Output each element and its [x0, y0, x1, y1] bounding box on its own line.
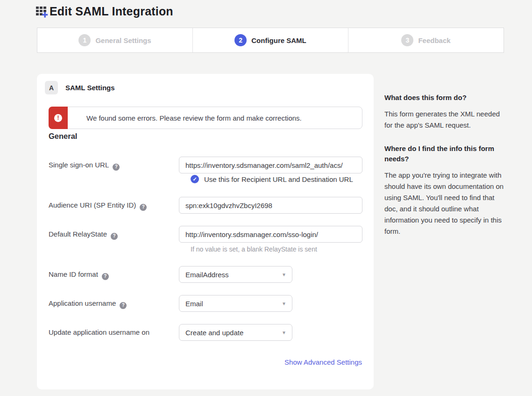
step-3-circle: 3 — [401, 34, 413, 46]
app-grid-plus-icon — [35, 5, 48, 18]
field-sso-url: Single sign-on URL? — [49, 157, 362, 173]
general-group-heading: General — [49, 132, 77, 141]
name-id-format-label: Name ID format? — [49, 266, 179, 283]
relay-state-helper-text: If no value is set, a blank RelayState i… — [191, 245, 317, 253]
app-username-value: Email — [185, 300, 203, 308]
sso-url-help-icon[interactable]: ? — [113, 164, 120, 171]
chevron-down-icon: ▼ — [282, 330, 286, 335]
error-message: We found some errors. Please review the … — [86, 107, 302, 129]
recipient-url-checkbox[interactable]: ✓ — [191, 175, 199, 183]
update-app-username-label: Update application username on — [49, 324, 179, 341]
field-app-username: Application username? Email ▼ — [49, 295, 292, 312]
edit-saml-integration-page: { "page": { "title": "Edit SAML Integrat… — [0, 0, 532, 396]
help-body-what: This form generates the XML needed for t… — [384, 108, 507, 131]
help-sidebar: What does this form do? This form genera… — [384, 93, 507, 250]
recipient-url-checkbox-row[interactable]: ✓ Use this for Recipient URL and Destina… — [191, 175, 353, 183]
app-username-label: Application username? — [49, 295, 179, 312]
step-1-circle: 1 — [78, 34, 91, 46]
error-banner: ! We found some errors. Please review th… — [49, 107, 362, 129]
wizard-tabs: 1 General Settings 2 Configure SAML 3 Fe… — [37, 28, 504, 53]
page-title: Edit SAML Integration — [50, 5, 173, 18]
show-advanced-settings-link[interactable]: Show Advanced Settings — [284, 358, 362, 366]
name-id-format-select[interactable]: EmailAddress ▼ — [179, 266, 292, 283]
tab-configure-saml[interactable]: 2 Configure SAML — [193, 28, 348, 52]
audience-uri-label: Audience URI (SP Entity ID)? — [49, 197, 179, 214]
page-header: Edit SAML Integration — [35, 5, 173, 18]
app-username-help-icon[interactable]: ? — [120, 302, 127, 309]
help-heading-what: What does this form do? — [384, 93, 507, 103]
step-3-label: Feedback — [418, 36, 450, 44]
section-badge: A — [45, 81, 58, 94]
advanced-link-row: Show Advanced Settings — [284, 358, 362, 367]
error-icon-block: ! — [49, 107, 68, 129]
help-body-where: The app you're trying to integrate with … — [384, 170, 507, 237]
error-icon: ! — [54, 114, 62, 122]
section-title: SAML Settings — [65, 84, 115, 92]
step-2-circle: 2 — [234, 34, 247, 46]
relay-state-help-icon[interactable]: ? — [111, 233, 118, 240]
relay-state-input[interactable] — [179, 226, 362, 243]
name-id-format-value: EmailAddress — [185, 271, 229, 279]
tab-feedback[interactable]: 3 Feedback — [348, 28, 504, 52]
update-app-username-select[interactable]: Create and update ▼ — [179, 324, 292, 341]
field-name-id-format: Name ID format? EmailAddress ▼ — [49, 266, 292, 283]
field-audience-uri: Audience URI (SP Entity ID)? — [49, 197, 362, 214]
step-1-label: General Settings — [95, 36, 151, 44]
audience-uri-input[interactable] — [179, 197, 362, 214]
field-relay-state: Default RelayState? — [49, 226, 362, 243]
sso-url-label: Single sign-on URL? — [49, 157, 179, 173]
help-heading-where: Where do I find the info this form needs… — [384, 144, 507, 164]
chevron-down-icon: ▼ — [282, 301, 286, 306]
sso-url-input[interactable] — [179, 157, 362, 173]
name-id-format-help-icon[interactable]: ? — [102, 273, 109, 280]
recipient-url-checkbox-label: Use this for Recipient URL and Destinati… — [204, 175, 353, 183]
step-2-label: Configure SAML — [251, 36, 306, 44]
saml-settings-card: A SAML Settings ! We found some errors. … — [37, 74, 374, 389]
relay-state-label: Default RelayState? — [49, 226, 179, 243]
chevron-down-icon: ▼ — [282, 272, 286, 277]
card-header: A SAML Settings — [45, 81, 115, 94]
audience-uri-help-icon[interactable]: ? — [140, 204, 147, 211]
app-username-select[interactable]: Email ▼ — [179, 295, 292, 312]
tab-general-settings[interactable]: 1 General Settings — [37, 28, 193, 52]
field-update-app-username: Update application username on Create an… — [49, 324, 292, 341]
update-app-username-value: Create and update — [185, 329, 243, 337]
